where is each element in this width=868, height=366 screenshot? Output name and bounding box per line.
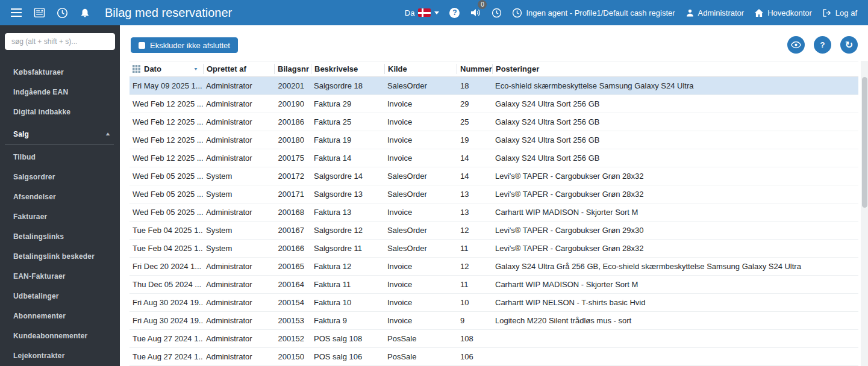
table-row[interactable]: Wed Feb 12 2025 ...Administrator200190Fa… (130, 95, 858, 113)
cell-oprettet-af: Administrator (203, 208, 274, 217)
sidebar-item-abonnementer[interactable]: Abonnementer (0, 306, 120, 326)
sidebar-item-udbetalinger[interactable]: Udbetalinger (0, 286, 120, 306)
table-row[interactable]: Wed Feb 05 2025 ...System200172Salgsordr… (130, 167, 858, 185)
logout-label: Log af (835, 8, 857, 17)
sound-button[interactable]: 0 (470, 8, 481, 17)
table-row[interactable]: Tue Feb 04 2025 1...System200166Salgsord… (130, 240, 858, 258)
help-button[interactable]: ? (449, 8, 460, 18)
cell-oprettet-af: Administrator (203, 154, 274, 163)
cell-nummer: 29 (457, 99, 492, 108)
logout-button[interactable]: Log af (822, 8, 857, 17)
table-row[interactable]: Wed Feb 12 2025 ...Administrator200180Fa… (130, 131, 858, 149)
sidebar-item-ean-fakturaer[interactable]: EAN-Fakturaer (0, 266, 120, 286)
cell-dato: Wed Feb 12 2025 ... (130, 135, 203, 144)
table-row[interactable]: Tue Aug 27 2024 1...Administrator200150P… (130, 348, 858, 366)
cell-posteringer: Galaxy S24 Ultra Sort 256 GB (492, 99, 858, 108)
sidebar-item-label: Lejekontrakter (13, 352, 65, 360)
sidebar-item-digital-indbakke[interactable]: Digital indbakke (0, 102, 120, 122)
cell-nummer: 11 (457, 244, 492, 253)
column-header-dato[interactable]: Dato ▼ (130, 64, 203, 74)
table-row[interactable]: Thu Dec 05 2024 ...Administrator200164Fa… (130, 276, 858, 294)
column-header-kilde[interactable]: Kilde (384, 64, 457, 74)
cell-oprettet-af: Administrator (203, 117, 274, 126)
sidebar-item-betalingslink-beskeder[interactable]: Betalingslink beskeder (0, 246, 120, 266)
chevron-up-icon: ▲ (104, 131, 111, 137)
user-menu[interactable]: Administrator (685, 8, 745, 17)
cell-oprettet-af: Administrator (203, 280, 274, 289)
table-row[interactable]: Wed Feb 12 2025 ...Administrator200175Fa… (130, 149, 858, 167)
table-row[interactable]: Fri May 09 2025 1...Administrator200201S… (130, 77, 858, 95)
refresh-button[interactable]: ↻ (840, 36, 858, 54)
cell-dato: Wed Feb 12 2025 ... (130, 117, 203, 126)
column-label-beskrivelse: Beskrivelse (314, 64, 358, 74)
cell-dato: Wed Feb 05 2025 ... (130, 190, 203, 199)
cell-nummer: 25 (457, 117, 492, 126)
table-row[interactable]: Wed Feb 05 2025 ...Administrator200168Fa… (130, 203, 858, 222)
cell-bilagsnr: 200171 (274, 190, 311, 199)
view-button[interactable] (787, 36, 805, 54)
cell-kilde: PosSale (384, 352, 457, 361)
cell-kilde: Invoice (384, 154, 457, 163)
sidebar-item-betalingslinks[interactable]: Betalingslinks (0, 226, 120, 246)
column-header-posteringer[interactable]: Posteringer (492, 64, 858, 74)
scrollbar-thumb[interactable] (862, 77, 867, 208)
sidebar-item-label: Købsfakturaer (13, 68, 64, 76)
cell-bilagsnr: 200153 (274, 316, 311, 325)
cell-beskrivelse: Faktura 10 (311, 298, 384, 307)
cell-beskrivelse: Faktura 12 (311, 262, 384, 271)
cell-bilagsnr: 200167 (274, 226, 311, 235)
table-row[interactable]: Wed Feb 05 2025 ...System200171Salgsordr… (130, 185, 858, 203)
column-header-bilagsnr[interactable]: Bilagsnr (274, 64, 311, 74)
table-row[interactable]: Fri Aug 30 2024 19...Administrator200154… (130, 294, 858, 312)
table-row[interactable]: Fri Aug 30 2024 19...Administrator200153… (130, 312, 858, 330)
column-header-oprettet-af[interactable]: Oprettet af (203, 64, 274, 74)
sidebar-item-label: Digital indbakke (13, 108, 70, 116)
column-header-nummer[interactable]: Nummer (457, 64, 492, 74)
sidebar-item-lejekontrakter[interactable]: Lejekontrakter (0, 346, 120, 365)
cell-kilde: Invoice (384, 262, 457, 271)
bell-icon (80, 8, 90, 18)
sidebar-item-tilbud[interactable]: Tilbud (0, 147, 120, 167)
exclude-button-label: Ekskluder ikke afsluttet (150, 41, 230, 50)
cell-oprettet-af: Administrator (203, 298, 274, 307)
search-input[interactable] (5, 33, 115, 50)
sidebar-item-kundeabonnementer[interactable]: Kundeabonnementer (0, 326, 120, 346)
sidebar-section-salg[interactable]: Salg▲ (5, 123, 114, 145)
time-button[interactable] (51, 0, 73, 25)
cell-beskrivelse: Faktura 11 (311, 280, 384, 289)
table-row[interactable]: Fri Dec 20 2024 1...Administrator200165F… (130, 258, 858, 276)
language-selector[interactable]: Da (405, 8, 440, 17)
sidebar-item-afsendelser[interactable]: Afsendelser (0, 187, 120, 206)
sidebar-item-label: Fakturaer (13, 212, 48, 221)
table-row[interactable]: Wed Feb 12 2025 ...Administrator200186Fa… (130, 113, 858, 131)
cell-beskrivelse: POS salg 106 (311, 352, 384, 361)
column-header-beskrivelse[interactable]: Beskrivelse (311, 64, 384, 74)
table-body: Fri May 09 2025 1...Administrator200201S… (130, 77, 858, 366)
location-menu[interactable]: Hovedkontor (754, 8, 812, 17)
location-label: Hovedkontor (767, 8, 812, 17)
vertical-scrollbar[interactable] (861, 61, 868, 366)
report-button[interactable] (28, 0, 51, 25)
history-button[interactable] (492, 8, 502, 18)
sidebar-item-fakturaer[interactable]: Fakturaer (0, 206, 120, 226)
table-row[interactable]: Tue Aug 27 2024 1...Administrator200152P… (130, 330, 858, 348)
cell-nummer: 19 (457, 135, 492, 144)
sidebar-item-k-bsfakturaer[interactable]: Købsfakturaer (0, 62, 120, 82)
agent-selector[interactable]: Ingen agent - Profile1/Default cash regi… (512, 8, 675, 18)
help-round-button[interactable]: ? (814, 36, 831, 54)
sidebar-nav: KøbsfakturaerIndgående EANDigital indbak… (0, 62, 120, 365)
grid-icon (133, 65, 140, 73)
cell-posteringer: Galaxy S24 Ultra Sort 256 GB (492, 117, 858, 126)
topbar-left: Bilag med reservationer (0, 0, 232, 25)
cell-oprettet-af: System (203, 172, 274, 181)
exclude-unfinished-button[interactable]: Ekskluder ikke afsluttet (131, 37, 238, 53)
cell-oprettet-af: Administrator (203, 352, 274, 361)
table-row[interactable]: Tue Feb 04 2025 1...System200167Salgsord… (130, 222, 858, 240)
cell-beskrivelse: Faktura 13 (311, 208, 384, 217)
sidebar-item-salgsordrer[interactable]: Salgsordrer (0, 167, 120, 187)
topbar: Bilag med reservationer Da ? 0 Ingen age… (0, 0, 868, 25)
cell-posteringer: Levi's® TAPER - Cargobukser Grøn 29x30 (492, 226, 858, 235)
menu-button[interactable] (5, 0, 28, 25)
sidebar-item-indg-ende-ean[interactable]: Indgående EAN (0, 82, 120, 102)
notifications-button[interactable] (73, 0, 96, 25)
